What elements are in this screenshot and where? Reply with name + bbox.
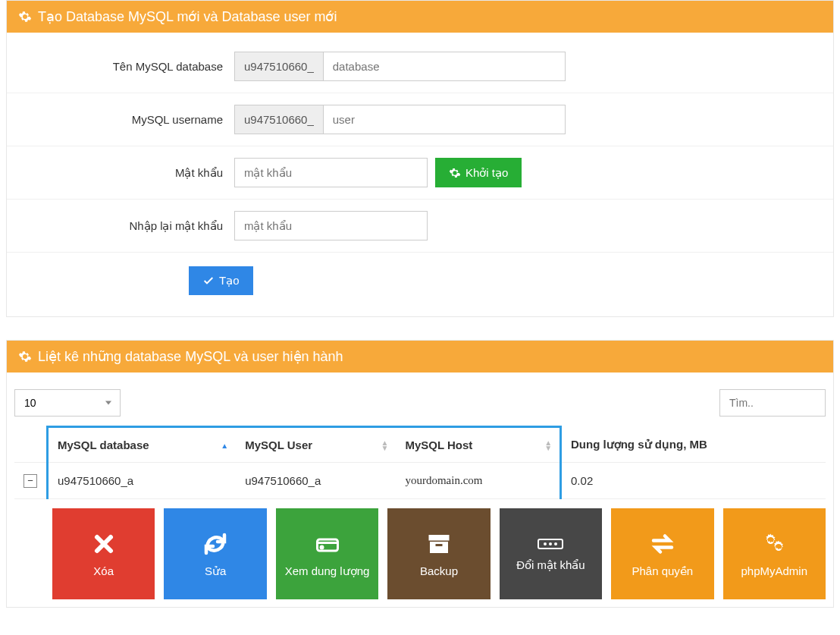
search-input[interactable] [719,389,826,417]
gears-icon [18,10,32,24]
password2-label: Nhập lại mật khẩu [14,219,234,233]
generate-password-button[interactable]: Khởi tạo [435,158,522,187]
backup-tile[interactable]: Backup [387,508,490,599]
sort-icon: ▲▼ [544,440,552,451]
col-database[interactable]: MySQL database ▲ [48,427,237,463]
page-size-select[interactable]: 10 [14,389,121,417]
svg-rect-3 [430,542,448,553]
permissions-tile[interactable]: Phân quyền [611,508,713,599]
svg-point-6 [544,542,547,545]
close-icon [90,530,118,558]
expand-row-button[interactable]: − [24,474,37,488]
action-tiles: Xóa Sửa Xem dung lượng Backup [7,499,833,599]
list-panel-header: Liệt kê những database MySQL và user hiệ… [7,341,833,373]
dbname-label: Tên MySQL database [14,60,234,73]
dots-icon [537,536,564,552]
database-table: MySQL database ▲ MySQL User ▲▼ MySQL Hos… [14,426,826,499]
disk-icon [314,530,341,558]
svg-point-7 [549,542,552,545]
list-panel-title: Liệt kê những database MySQL và user hiệ… [38,348,343,365]
dbname-prefix: u947510660_ [234,52,323,81]
svg-point-8 [554,542,557,545]
cell-host: yourdomain.com [396,463,560,499]
usage-tile[interactable]: Xem dung lượng [276,508,378,599]
col-user[interactable]: MySQL User ▲▼ [236,427,396,463]
col-usage[interactable]: Dung lượng sử dụng, MB [561,427,826,463]
edit-tile[interactable]: Sửa [164,508,266,599]
col-host[interactable]: MySQL Host ▲▼ [396,427,560,463]
gears-icon [18,350,32,363]
cell-usage: 0.02 [561,463,826,499]
dbname-input[interactable] [323,52,566,81]
svg-rect-2 [428,535,449,541]
svg-rect-4 [435,544,442,546]
create-button[interactable]: Tạo [189,266,253,295]
gears-icon [760,530,788,558]
transfer-icon [649,530,676,558]
gear-icon [449,167,461,179]
create-button-label: Tạo [219,274,240,288]
archive-icon [425,530,453,558]
svg-point-1 [321,546,323,549]
delete-tile[interactable]: Xóa [52,508,155,599]
create-panel-title: Tạo Database MySQL mới và Database user … [38,8,337,25]
username-prefix: u947510660_ [234,105,323,134]
sort-icon: ▲▼ [381,440,389,451]
list-database-panel: Liệt kê những database MySQL và user hiệ… [6,340,834,608]
password-label: Mật khẩu [14,166,234,180]
sort-icon: ▲ [221,442,228,448]
refresh-icon [202,530,229,558]
cell-db: u947510660_a [48,463,237,499]
password-input[interactable] [234,158,428,187]
password2-input[interactable] [234,211,428,240]
cell-user: u947510660_a [236,463,396,499]
generate-password-label: Khởi tạo [465,166,508,180]
username-label: MySQL username [14,113,234,126]
col-expand [14,427,48,463]
phpmyadmin-tile[interactable]: phpMyAdmin [723,508,826,599]
create-panel-header: Tạo Database MySQL mới và Database user … [7,1,833,33]
table-row: − u947510660_a u947510660_a yourdomain.c… [14,463,826,499]
check-icon [202,275,215,287]
change-password-tile[interactable]: Đổi mật khẩu [500,508,602,599]
username-input[interactable] [323,105,566,134]
create-database-panel: Tạo Database MySQL mới và Database user … [6,0,834,317]
